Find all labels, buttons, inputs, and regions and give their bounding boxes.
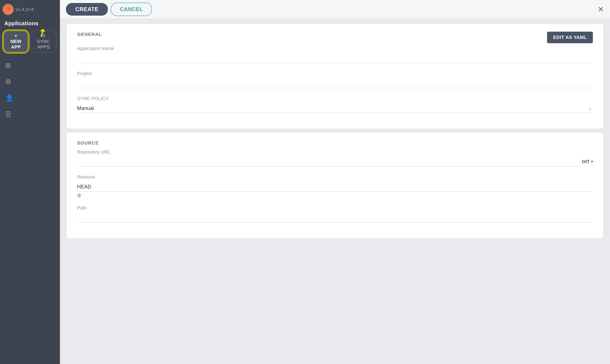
path-input[interactable]: [77, 213, 593, 223]
edit-yaml-button[interactable]: EDIT AS YAML: [547, 32, 593, 43]
repo-row: GIT ▾: [77, 157, 593, 167]
user-icon: 👤: [5, 94, 14, 102]
revision-field-group: Revision i: [77, 174, 593, 198]
git-type-dropdown[interactable]: GIT ▾: [582, 159, 593, 165]
sidebar-actions: + NEW APP ⟳ SYNC APPS: [0, 28, 60, 56]
project-label: Project: [77, 71, 593, 76]
info-icon: i: [77, 193, 81, 198]
general-card-header: GENERAL EDIT AS YAML: [77, 32, 593, 43]
topbar: CREATE CANCEL ✕: [60, 0, 610, 19]
sidebar-title: Applications: [0, 17, 60, 28]
general-section-title: GENERAL: [77, 32, 102, 37]
source-card: SOURCE Repository URL GIT ▾ Revision: [67, 133, 603, 238]
repo-url-field-group: Repository URL GIT ▾: [77, 149, 593, 167]
sidebar-item-list[interactable]: ☰: [0, 106, 60, 122]
layers-icon: ⊞: [5, 61, 11, 69]
sync-policy-label: SYNC POLICY: [77, 96, 593, 101]
cancel-button[interactable]: CANCEL: [111, 2, 152, 16]
sync-policy-select-wrapper: Manual Automatic ⌄: [77, 104, 593, 113]
project-input[interactable]: [77, 78, 593, 88]
git-type-label: GIT: [582, 159, 590, 165]
general-card: GENERAL EDIT AS YAML Application Name Pr…: [67, 24, 603, 128]
sync-policy-select[interactable]: Manual Automatic: [77, 104, 593, 113]
app-name-field-group: Application Name: [77, 46, 593, 63]
repo-input-wrap: [77, 157, 578, 167]
app-name-input[interactable]: [77, 53, 593, 63]
repo-url-label: Repository URL: [77, 149, 593, 155]
close-button[interactable]: ✕: [597, 6, 604, 13]
git-caret-icon: ▾: [591, 159, 593, 164]
app-name-label: Application Name: [77, 46, 593, 51]
list-icon: ☰: [5, 110, 11, 118]
revision-hint: i: [77, 193, 593, 198]
avatar: 🐙: [2, 4, 14, 15]
revision-label: Revision: [77, 174, 593, 180]
sidebar-item-user[interactable]: 👤: [0, 90, 60, 106]
project-field-group: Project: [77, 71, 593, 88]
sidebar: 🐙 v1.4.2+4 Applications + NEW APP ⟳ SYNC…: [0, 0, 60, 364]
create-button[interactable]: CREATE: [66, 3, 108, 16]
sidebar-item-layers[interactable]: ⊞: [0, 58, 60, 73]
path-label: Path: [77, 205, 593, 211]
app-version: v1.4.2+4: [15, 7, 34, 12]
gear-icon: ⚙: [5, 78, 11, 86]
path-field-group: Path: [77, 205, 593, 223]
sync-policy-field-group: SYNC POLICY Manual Automatic ⌄: [77, 96, 593, 113]
revision-input[interactable]: [77, 182, 593, 192]
sidebar-item-settings[interactable]: ⚙: [0, 74, 60, 90]
content-area: GENERAL EDIT AS YAML Application Name Pr…: [60, 19, 610, 364]
repo-url-input[interactable]: [77, 157, 578, 167]
sidebar-nav: ⊞ ⚙ 👤 ☰: [0, 56, 60, 364]
sidebar-header-area: 🐙 v1.4.2+4: [0, 0, 60, 17]
new-app-button[interactable]: + NEW APP: [3, 31, 28, 52]
source-section-title: SOURCE: [77, 140, 99, 146]
main-area: CREATE CANCEL ✕ GENERAL EDIT AS YAML App…: [60, 0, 610, 364]
